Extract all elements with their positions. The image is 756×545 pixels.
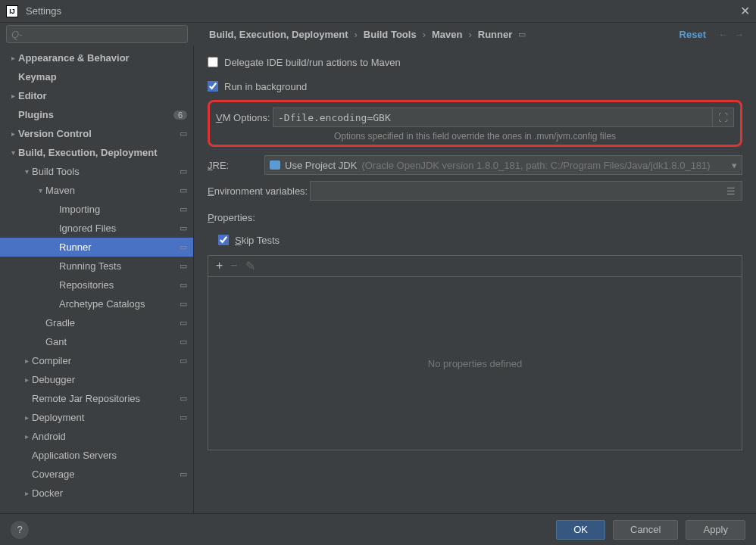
sidebar-item-gant[interactable]: Gant▭ [0,332,193,351]
sidebar-item-android[interactable]: ▸Android [0,427,193,446]
sidebar-item-archetype-catalogs[interactable]: Archetype Catalogs▭ [0,294,193,313]
vm-options-input[interactable] [273,107,713,127]
nav-arrows: ← → [718,29,744,40]
run-background-checkbox[interactable]: Run in background [208,81,307,92]
properties-toolbar: + − ✎ [208,255,742,276]
sidebar-item-running-tests[interactable]: Running Tests▭ [0,257,193,276]
sidebar-item-remote-jar-repositories[interactable]: Remote Jar Repositories▭ [0,389,193,408]
sidebar-item-compiler[interactable]: ▸Compiler▭ [0,351,193,370]
list-icon[interactable]: ☰ [720,185,742,197]
expand-icon[interactable]: ⛶ [713,107,734,127]
project-scope-icon: ▭ [180,167,187,176]
tree-label: Repositories [59,279,177,291]
settings-tree[interactable]: ▸Appearance & BehaviorKeymap▸EditorPlugi… [0,45,194,513]
dialog-footer: ? OK Cancel Apply [0,513,756,545]
project-scope-icon: ▭ [180,318,187,328]
tree-label: Importing [59,204,177,215]
tree-label: Debugger [32,374,187,385]
tree-label: Running Tests [59,260,177,272]
chevron-right-icon: ▸ [8,129,18,138]
chevron-right-icon: ▸ [21,357,32,365]
add-icon[interactable]: + [216,259,223,273]
chevron-right-icon: ▸ [21,413,32,422]
header-row: Build, Execution, Deployment › Build Too… [0,23,756,45]
sidebar-item-appearance-behavior[interactable]: ▸Appearance & Behavior [0,48,193,67]
remove-icon[interactable]: − [230,259,237,273]
sidebar-item-maven[interactable]: ▾Maven▭ [0,181,193,200]
chevron-right-icon: › [423,29,426,40]
chevron-right-icon: › [468,29,471,40]
project-scope-icon: ▭ [180,394,187,403]
sidebar-item-coverage[interactable]: Coverage▭ [0,465,193,484]
tree-label: Appearance & Behavior [18,52,187,64]
tree-label: Archetype Catalogs [59,298,177,310]
sidebar-item-build-tools[interactable]: ▾Build Tools▭ [0,162,193,181]
tree-label: Docker [32,487,187,499]
chevron-down-icon: ▾ [732,160,737,171]
delegate-checkbox[interactable]: Delegate IDE build/run actions to Maven [208,57,401,68]
project-scope-icon[interactable]: ▭ [518,30,526,39]
breadcrumb-item[interactable]: Maven [432,29,462,40]
project-scope-icon: ▭ [180,413,187,422]
sidebar-item-ignored-files[interactable]: Ignored Files▭ [0,219,193,238]
tree-label: Gant [45,336,177,347]
help-button[interactable]: ? [11,521,29,539]
project-scope-icon: ▭ [180,299,187,309]
sidebar-item-docker[interactable]: ▸Docker [0,484,193,503]
tree-label: Ignored Files [59,223,177,234]
sidebar-item-gradle[interactable]: Gradle▭ [0,313,193,332]
tree-label: Compiler [32,355,177,366]
properties-label: Properties: [208,212,742,223]
project-scope-icon: ▭ [180,356,187,366]
sidebar-item-build-execution-deployment[interactable]: ▾Build, Execution, Deployment [0,143,193,162]
tree-label: Build Tools [32,166,177,177]
apply-button[interactable]: Apply [686,520,745,540]
jre-label: JRE: [208,160,264,171]
search-input[interactable] [6,25,188,43]
chevron-down-icon: ▾ [8,148,18,157]
chevron-right-icon: ▸ [21,489,32,497]
vm-options-highlight: VM Options: ⛶ Options specified in this … [208,100,742,147]
sidebar-item-importing[interactable]: Importing▭ [0,200,193,219]
forward-icon[interactable]: → [734,29,744,40]
settings-content: Delegate IDE build/run actions to Maven … [194,45,756,513]
env-vars-input[interactable]: ☰ [310,181,742,201]
sidebar-item-runner[interactable]: Runner▭ [0,238,193,257]
breadcrumb: Build, Execution, Deployment › Build Too… [194,29,673,40]
project-scope-icon: ▭ [180,337,187,347]
ok-button[interactable]: OK [556,520,605,540]
sidebar-item-editor[interactable]: ▸Editor [0,86,193,105]
close-icon[interactable]: ✕ [740,4,750,18]
cancel-button[interactable]: Cancel [613,520,678,540]
tree-label: Gradle [45,317,177,329]
project-scope-icon: ▭ [180,242,187,252]
project-scope-icon: ▭ [180,129,187,139]
sidebar-item-version-control[interactable]: ▸Version Control▭ [0,124,193,143]
edit-icon[interactable]: ✎ [245,259,255,273]
project-scope-icon: ▭ [180,280,187,290]
project-scope-icon: ▭ [180,185,187,195]
properties-list[interactable]: No properties defined [208,276,742,450]
jre-select[interactable]: Use Project JDK (Oracle OpenJDK version … [264,155,742,175]
sidebar-item-keymap[interactable]: Keymap [0,67,193,86]
tree-label: Application Servers [32,450,187,461]
tree-label: Plugins [18,109,173,120]
breadcrumb-item[interactable]: Build Tools [364,29,417,40]
sidebar-item-deployment[interactable]: ▸Deployment▭ [0,408,193,427]
back-icon[interactable]: ← [718,29,728,40]
breadcrumb-item[interactable]: Build, Execution, Deployment [209,29,348,40]
sidebar-item-plugins[interactable]: Plugins6 [0,105,193,124]
env-vars-label: Environment variables: [208,185,310,197]
sidebar-item-repositories[interactable]: Repositories▭ [0,276,193,294]
sidebar-item-application-servers[interactable]: Application Servers [0,446,193,465]
breadcrumb-item[interactable]: Runner [478,29,513,40]
project-scope-icon: ▭ [180,204,187,214]
chevron-right-icon: ▸ [8,92,18,100]
chevron-right-icon: › [354,29,357,40]
tree-label: Editor [18,90,187,101]
title-bar: IJ Settings ✕ [0,0,756,23]
reset-link[interactable]: Reset [679,29,706,40]
skip-tests-checkbox[interactable]: Skip Tests [218,235,280,246]
vm-options-hint: Options specified in this field override… [216,131,734,142]
sidebar-item-debugger[interactable]: ▸Debugger [0,370,193,389]
